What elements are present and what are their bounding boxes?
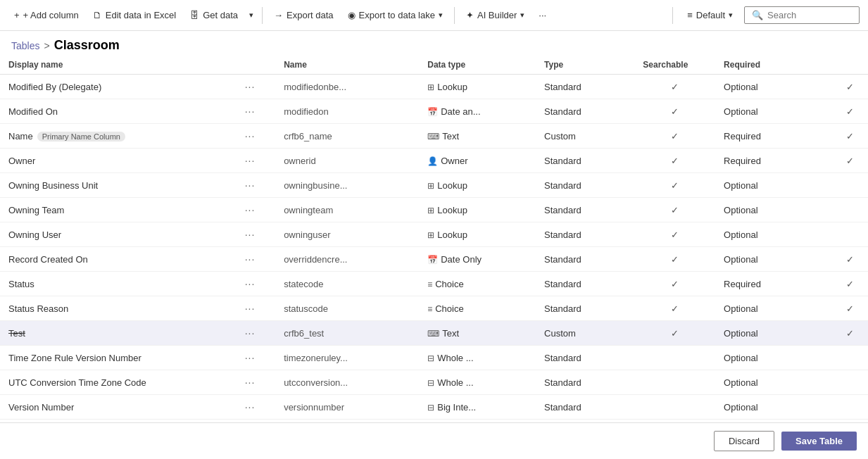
searchable-check-icon: ✓ — [671, 156, 679, 166]
field-name: timezoneruley... — [275, 346, 419, 370]
row-more-button[interactable]: ··· — [242, 129, 258, 143]
row-more-button[interactable]: ··· — [242, 400, 258, 414]
field-data-type: ⊞Lookup — [419, 222, 536, 247]
field-display-name: NamePrimary Name Column — [0, 124, 234, 149]
divider2 — [454, 7, 455, 24]
row-more-button[interactable]: ··· — [242, 277, 258, 291]
toolbar-right: ≡ Default ▾ 🔍 — [669, 6, 860, 24]
dropdown-arrow-button[interactable]: ▾ — [246, 7, 256, 23]
field-display-name: Owning Team — [0, 198, 234, 222]
field-searchable — [634, 395, 715, 420]
table-body: Modified By (Delegate)···modifiedonbe...… — [0, 75, 868, 420]
field-data-type: 👤Owner — [419, 149, 536, 173]
row-more-button[interactable]: ··· — [242, 252, 258, 266]
table-row[interactable]: UTC Conversion Time Zone Code···utcconve… — [0, 370, 868, 395]
field-category: Standard — [536, 395, 634, 420]
field-required: Optional — [715, 370, 832, 395]
data-type-icon: ⊞ — [427, 230, 434, 240]
row-actions-cell: ··· — [234, 75, 276, 99]
row-more-button[interactable]: ··· — [242, 178, 258, 192]
field-name: owninguser — [275, 222, 419, 247]
breadcrumb-separator: > — [44, 40, 49, 51]
searchable-check-icon: ✓ — [671, 106, 679, 117]
row-more-button[interactable]: ··· — [242, 326, 258, 340]
table-row[interactable]: Record Created On···overriddencre...📅Dat… — [0, 247, 868, 272]
row-more-button[interactable]: ··· — [242, 351, 258, 365]
ai-builder-button[interactable]: ✦ AI Builder ▾ — [460, 6, 530, 24]
field-required-check: ✓ — [832, 99, 868, 124]
table-row[interactable]: Status Reason···statuscode≡ChoiceStandar… — [0, 296, 868, 321]
row-more-button[interactable]: ··· — [242, 227, 258, 241]
row-actions-cell: ··· — [234, 124, 276, 149]
field-category: Standard — [536, 99, 634, 124]
save-table-button[interactable]: Save Table — [781, 432, 857, 451]
data-type-icon: ⊞ — [427, 181, 434, 191]
search-input[interactable] — [767, 10, 852, 20]
field-data-type: ⌨Text — [419, 124, 536, 149]
row-actions-cell: ··· — [234, 346, 276, 370]
field-name: overriddencre... — [275, 247, 419, 272]
row-actions-cell: ··· — [234, 272, 276, 296]
field-required-check: ✓ — [832, 124, 868, 149]
searchable-check-icon: ✓ — [671, 230, 679, 240]
breadcrumb-current: Classroom — [54, 38, 120, 53]
searchable-check-icon: ✓ — [671, 279, 679, 289]
table-row[interactable]: Owning Business Unit···owningbusine...⊞L… — [0, 173, 868, 198]
row-more-button[interactable]: ··· — [242, 375, 258, 389]
field-category: Standard — [536, 198, 634, 222]
data-type-icon: 📅 — [427, 255, 438, 265]
field-display-name: Record Created On — [0, 247, 234, 272]
field-display-name: Owner — [0, 149, 234, 173]
field-searchable — [634, 370, 715, 395]
row-more-button[interactable]: ··· — [242, 153, 258, 168]
table-row[interactable]: Modified On···modifiedon📅Date an...Stand… — [0, 99, 868, 124]
field-data-type: ≡Choice — [419, 272, 536, 296]
required-check-icon: ✓ — [846, 279, 854, 289]
export-icon: → — [274, 10, 283, 20]
row-more-button[interactable]: ··· — [242, 80, 258, 94]
searchable-check-icon: ✓ — [671, 254, 679, 265]
more-button[interactable]: ··· — [533, 6, 552, 24]
table-row[interactable]: Status···statecode≡ChoiceStandard✓Requir… — [0, 272, 868, 296]
get-data-button[interactable]: 🗄 Get data — [184, 6, 244, 24]
default-button[interactable]: ≡ Default ▾ — [681, 6, 738, 24]
field-required: Optional — [715, 75, 832, 99]
data-type-icon: ⊞ — [427, 82, 434, 92]
required-check-icon: ✓ — [846, 131, 854, 142]
export-lake-button[interactable]: ◉ Export to data lake ▾ — [342, 6, 448, 24]
add-column-button[interactable]: + + Add column — [8, 6, 84, 24]
table-row[interactable]: Owning Team···owningteam⊞LookupStandard✓… — [0, 198, 868, 222]
export-data-button[interactable]: → Export data — [268, 6, 339, 24]
field-required-check: ✓ — [832, 296, 868, 321]
edit-excel-button[interactable]: 🗋 Edit data in Excel — [87, 6, 182, 24]
field-category: Standard — [536, 75, 634, 99]
field-searchable — [634, 346, 715, 370]
field-category: Standard — [536, 370, 634, 395]
row-more-button[interactable]: ··· — [242, 203, 258, 217]
breadcrumb-parent[interactable]: Tables — [11, 40, 39, 51]
add-icon: + — [14, 10, 20, 20]
table-row[interactable]: Time Zone Rule Version Number···timezone… — [0, 346, 868, 370]
field-name: statuscode — [275, 296, 419, 321]
row-more-button[interactable]: ··· — [242, 104, 258, 118]
field-name: crfb6_test — [275, 321, 419, 346]
field-required-check: ✓ — [832, 149, 868, 173]
search-box[interactable]: 🔍 — [744, 6, 860, 24]
table-row[interactable]: Version Number···versionnumber⊟Big Inte.… — [0, 395, 868, 420]
table-row[interactable]: Owning User···owninguser⊞LookupStandard✓… — [0, 222, 868, 247]
discard-button[interactable]: Discard — [714, 431, 774, 451]
table-row[interactable]: Owner···ownerid👤OwnerStandard✓Required✓ — [0, 149, 868, 173]
data-type-icon: ⊟ — [427, 378, 434, 388]
field-name: statecode — [275, 272, 419, 296]
table-row[interactable]: NamePrimary Name Column···crfb6_name⌨Tex… — [0, 124, 868, 149]
breadcrumb: Tables > Classroom — [0, 31, 868, 56]
row-more-button[interactable]: ··· — [242, 301, 258, 315]
field-display-name: UTC Conversion Time Zone Code — [0, 370, 234, 395]
field-data-type: ⊞Lookup — [419, 198, 536, 222]
table-row[interactable]: Modified By (Delegate)···modifiedonbe...… — [0, 75, 868, 99]
field-category: Custom — [536, 321, 634, 346]
table-row[interactable]: Test···crfb6_test⌨TextCustom✓Optional✓ — [0, 321, 868, 346]
field-required-check: ✓ — [832, 272, 868, 296]
data-type-icon: ≡ — [427, 279, 432, 289]
searchable-check-icon: ✓ — [671, 205, 679, 215]
